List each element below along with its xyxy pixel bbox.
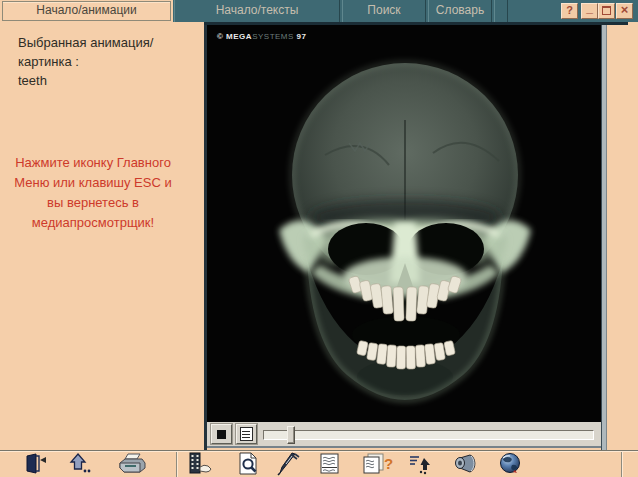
svg-text:?: ? xyxy=(384,455,393,472)
index-list-icon xyxy=(406,452,434,476)
globe-icon xyxy=(497,452,525,476)
media-control-bar xyxy=(207,422,601,448)
maximize-button[interactable] xyxy=(598,3,615,19)
stop-icon xyxy=(217,430,226,439)
media-slider-thumb[interactable] xyxy=(287,426,295,444)
selection-value: teeth xyxy=(18,71,170,90)
esc-hint-text: Нажмите иконку Главного Меню или клавишу… xyxy=(10,153,176,233)
annotate-button[interactable] xyxy=(272,452,302,476)
speaker-icon xyxy=(450,452,480,476)
copyright-text: © MEGASYSTEMS 97 xyxy=(217,32,306,41)
tab-start-animations[interactable]: Начало/анимации xyxy=(2,1,171,21)
stop-button[interactable] xyxy=(211,424,232,444)
animations-button[interactable] xyxy=(184,452,214,476)
text-card-button[interactable] xyxy=(316,452,346,476)
tab-bar-spacer xyxy=(494,0,508,22)
index-button[interactable] xyxy=(406,452,436,476)
minimize-button[interactable]: _ xyxy=(581,3,598,19)
maximize-icon xyxy=(602,6,611,15)
text-card-icon xyxy=(316,452,344,476)
preview-button[interactable] xyxy=(234,452,264,476)
toolbar-separator xyxy=(621,452,623,477)
viewer-frame-right xyxy=(601,25,607,450)
cards-help-button[interactable]: ? xyxy=(360,452,394,476)
help-button[interactable]: ? xyxy=(561,3,578,19)
pen-icon xyxy=(272,452,302,476)
playlist-icon xyxy=(240,427,253,441)
tab-dictionary[interactable]: Словарь xyxy=(428,0,492,22)
tab-search[interactable]: Поиск xyxy=(342,0,426,22)
toolbar-separator xyxy=(176,452,178,477)
go-up-button[interactable] xyxy=(66,452,96,476)
tab-start-texts[interactable]: Начало/тексты xyxy=(174,0,340,22)
cards-question-icon: ? xyxy=(360,452,394,476)
selection-info: Выбранная анимация/картинка : teeth xyxy=(18,33,170,90)
document-magnifier-icon xyxy=(234,452,264,476)
media-viewer-canvas: © MEGASYSTEMS 97 xyxy=(207,25,601,422)
up-arrow-icon xyxy=(66,452,96,476)
exit-button[interactable] xyxy=(20,452,50,476)
playlist-button[interactable] xyxy=(236,424,257,444)
app-window: { "top_bar": { "active_tab": "Начало/ани… xyxy=(0,0,638,477)
media-slider-track[interactable] xyxy=(263,430,594,440)
selection-label: Выбранная анимация/картинка : xyxy=(18,33,170,71)
web-button[interactable] xyxy=(497,452,527,476)
skull-xray-image xyxy=(207,25,601,422)
film-strip-icon xyxy=(184,452,214,476)
printer-icon xyxy=(116,452,148,476)
sound-button[interactable] xyxy=(450,452,480,476)
exit-door-icon xyxy=(20,452,50,476)
print-button[interactable] xyxy=(116,452,146,476)
close-button[interactable]: × xyxy=(616,3,633,19)
